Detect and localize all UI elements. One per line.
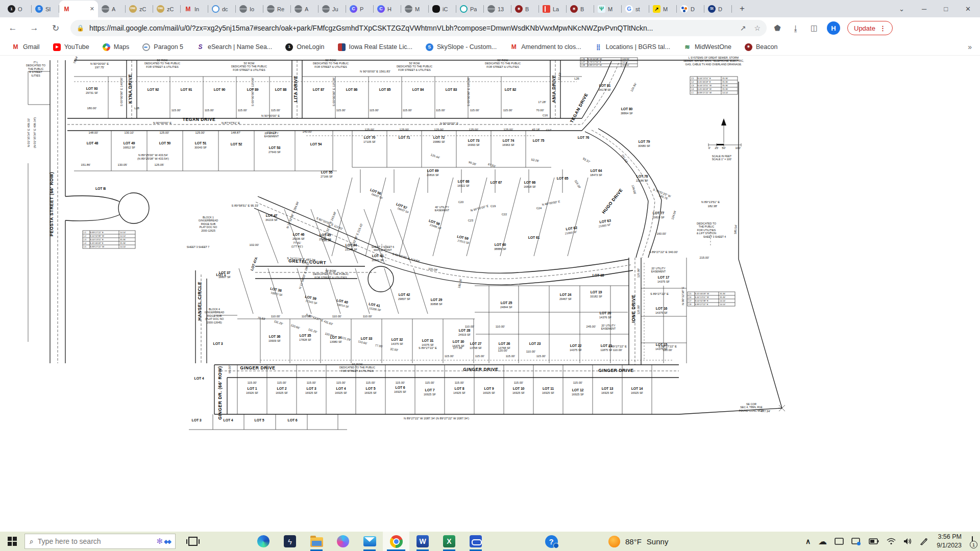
url-text[interactable]: https://mail.google.com/mail/u/0/?zx=xg2… [89, 24, 732, 32]
browser-tab[interactable]: 13 [484, 1, 511, 17]
browser-tab[interactable]: Ju [318, 1, 346, 17]
side-panel-icon[interactable]: ◫ [806, 20, 822, 36]
plat-text: N 89°27'22" W [697, 91, 712, 94]
browser-tab[interactable]: ONEzC [126, 1, 153, 17]
plat-text: L5 [84, 245, 86, 248]
taskbar-excel[interactable]: X [436, 532, 462, 551]
browser-tab[interactable]: 1O [4, 1, 32, 17]
browser-tab[interactable]: Io [236, 1, 263, 17]
bookmark-item[interactable]: ⣿Locations | BGRS tal... [590, 41, 675, 53]
share-icon[interactable]: ↗ [740, 24, 746, 32]
plat-text: LOT 24 [560, 293, 572, 296]
plat-text: 19909 SF [268, 339, 281, 342]
bookmark-item[interactable]: Iowa Real Estate Lic... [333, 41, 417, 53]
cast-screen-icon[interactable] [851, 538, 861, 545]
bookmarks-overflow-chevron[interactable]: » [968, 43, 972, 51]
taskbar-file-explorer[interactable] [303, 532, 330, 551]
bookmark-item[interactable]: SSkySlope - Custom... [421, 41, 501, 53]
bookmark-item[interactable]: MAmendment to clos... [505, 41, 585, 53]
tab-search-chevron-icon[interactable]: ⌄ [899, 5, 904, 13]
bookmark-item[interactable]: MGmail [7, 41, 44, 53]
browser-tab[interactable]: M [401, 1, 429, 17]
address-bar[interactable]: 🔒 https://mail.google.com/mail/u/0/?zx=x… [70, 20, 767, 36]
taskbar-remote-app[interactable] [462, 532, 489, 551]
taskbar-photos-app[interactable]: ϟ [277, 532, 303, 551]
wifi-icon[interactable] [887, 538, 896, 545]
bookmark-item[interactable]: Paragon 5 [138, 41, 188, 53]
taskbar-get-help[interactable]: ? [538, 532, 565, 551]
window-minimize-button[interactable]: ─ [922, 5, 926, 13]
plat-text: & LIFT STATION [697, 232, 717, 235]
chrome-update-button[interactable]: Update ⋮ [847, 21, 893, 35]
taskbar-copilot[interactable] [330, 532, 356, 551]
browser-tab[interactable]: iC [429, 1, 456, 17]
reload-button[interactable]: ↻ [47, 19, 64, 37]
plat-text: 16925 SF [424, 393, 436, 396]
taskbar-search[interactable]: ⌕ ✻◆◆ [24, 534, 176, 549]
browser-tab[interactable]: ✶B [567, 1, 594, 17]
plat-text: FOR UTILITIES [697, 229, 716, 232]
browser-tab[interactable]: La [539, 1, 567, 17]
notification-center-button[interactable]: 1 [972, 537, 973, 546]
start-button[interactable] [0, 532, 24, 551]
plat-text: 20' UTILITY [601, 324, 616, 327]
pen-icon[interactable] [920, 538, 927, 545]
plat-text: S 89°27'22" E 340.00' [649, 251, 678, 254]
tab-title: Re [277, 6, 284, 12]
new-tab-button[interactable]: + [735, 2, 749, 16]
extensions-puzzle-icon[interactable]: ⬟ [770, 20, 785, 36]
browser-tab[interactable]: MIn [181, 1, 208, 17]
search-input[interactable] [38, 537, 153, 545]
task-view-button[interactable] [180, 532, 206, 551]
window-close-button[interactable]: ✕ [965, 5, 971, 13]
speaker-icon[interactable] [903, 538, 912, 545]
taskbar-weather-widget[interactable]: 88°F Sunny [608, 536, 668, 547]
bookmark-item[interactable]: ≋MidWestOne [679, 41, 736, 53]
taskbar-chrome-active[interactable] [383, 532, 409, 551]
onedrive-cloud-icon[interactable]: ☁ [818, 536, 827, 547]
browser-tab-active-gmail[interactable]: M✕ [59, 1, 98, 17]
browser-tab[interactable]: ΨM [594, 1, 622, 17]
plat-text: 102.00' [250, 243, 259, 246]
download-icon[interactable]: ⭳ [788, 20, 803, 36]
browser-tab[interactable]: D [677, 1, 704, 17]
browser-tab[interactable]: StD [704, 1, 732, 17]
bookmark-item[interactable]: 1OneLogin [281, 41, 329, 53]
plat-text: S 00°00'00" E 125.00' [467, 78, 470, 106]
battery-icon[interactable] [869, 538, 879, 544]
browser-tab[interactable]: A [98, 1, 126, 17]
tablet-icon[interactable] [835, 538, 844, 545]
taskbar-word[interactable]: W [409, 532, 436, 551]
browser-tab[interactable]: ONEzC [153, 1, 181, 17]
tray-chevron-up-icon[interactable]: ∧ [805, 537, 811, 545]
plat-text: S 89°27'22" E [658, 345, 677, 348]
bookmark-star-icon[interactable]: ☆ [754, 24, 761, 32]
taskbar-mail[interactable] [356, 532, 383, 551]
browser-tab[interactable]: A [291, 1, 318, 17]
browser-tab[interactable]: CH [374, 1, 401, 17]
browser-tab[interactable]: Pa [456, 1, 484, 17]
forward-button[interactable]: → [26, 19, 43, 37]
bookmark-item[interactable]: YouTube [48, 41, 94, 53]
browser-tab[interactable]: SSI [32, 1, 59, 17]
browser-tab[interactable]: ↗M [649, 1, 677, 17]
taskbar-edge[interactable] [250, 532, 277, 551]
tab-close-icon[interactable]: ✕ [90, 6, 94, 12]
browser-tab[interactable]: CP [346, 1, 374, 17]
taskbar-clock[interactable]: 3:56 PM 9/1/2023 [937, 533, 962, 550]
plat-text: LOT 64 [591, 169, 602, 172]
browser-tab[interactable]: Gst [622, 1, 649, 17]
browser-tab[interactable]: dc [208, 1, 236, 17]
bookmark-item[interactable]: ✶Beacon [740, 41, 782, 53]
bookmark-item[interactable]: SeSearch | Name Sea... [192, 41, 277, 53]
browser-tab[interactable]: ✶B [511, 1, 539, 17]
tab-title: Ju [332, 6, 338, 12]
plat-text: 16925 SF [512, 391, 525, 394]
browser-tab[interactable]: Re [263, 1, 291, 17]
window-maximize-button[interactable]: □ [944, 5, 948, 13]
back-button[interactable]: ← [4, 19, 21, 37]
profile-avatar[interactable]: H [827, 21, 840, 35]
bookmark-item[interactable]: Maps [98, 41, 134, 53]
plat-text: LOT 92 [148, 88, 159, 91]
browser-menu-kebab-icon[interactable]: ⋮ [879, 24, 886, 32]
